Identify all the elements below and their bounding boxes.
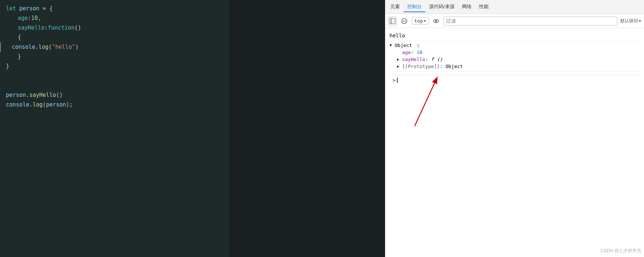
eye-icon[interactable] bbox=[432, 17, 441, 26]
hello-text: hello bbox=[390, 33, 405, 38]
middle-panel bbox=[229, 0, 385, 257]
object-root-row: Object i bbox=[390, 42, 640, 49]
expand-object-icon[interactable] bbox=[390, 43, 395, 48]
code-line-5: console.log("hello") bbox=[0, 42, 229, 52]
object-prototype-row: [[Prototype]] : Object bbox=[390, 63, 640, 70]
svg-point-5 bbox=[435, 20, 437, 22]
code-line-7: } bbox=[0, 61, 229, 71]
console-toolbar: top ▼ 默认级别 ▼ bbox=[385, 14, 644, 28]
filter-input[interactable] bbox=[444, 17, 617, 26]
log-level-label: 默认级别 bbox=[620, 18, 638, 24]
tab-network[interactable]: 网络 bbox=[458, 2, 475, 12]
expand-sayhello-icon[interactable] bbox=[397, 57, 402, 62]
code-line-2: age:10, bbox=[0, 13, 229, 23]
object-label: Object i bbox=[395, 43, 420, 48]
code-line-9 bbox=[0, 81, 229, 90]
code-line-8 bbox=[0, 71, 229, 81]
code-line-6: } bbox=[0, 52, 229, 61]
console-input-row: > bbox=[390, 75, 640, 85]
console-output: hello Object i age : 10 sayH bbox=[385, 28, 644, 257]
sayhello-key: sayHello bbox=[402, 57, 425, 62]
tab-sources[interactable]: 源代码/来源 bbox=[425, 2, 458, 12]
tab-performance[interactable]: 性能 bbox=[475, 2, 492, 12]
watermark: CSDN @人才程序员 bbox=[600, 248, 641, 254]
tab-elements[interactable]: 元素 bbox=[387, 2, 404, 12]
console-log-hello: hello bbox=[390, 31, 640, 40]
devtools-panel: 元素 控制台 源代码/来源 网络 性能 top ▼ bbox=[385, 0, 644, 257]
console-cursor bbox=[397, 78, 398, 83]
age-key: age bbox=[402, 50, 411, 55]
prototype-value: Object bbox=[445, 64, 463, 69]
console-prompt: > bbox=[392, 77, 395, 83]
age-value: 10 bbox=[417, 50, 422, 55]
log-level-selector[interactable]: 默认级别 ▼ bbox=[620, 18, 641, 24]
context-label: top bbox=[414, 18, 423, 24]
code-line-4: { bbox=[0, 33, 229, 42]
tab-console[interactable]: 控制台 bbox=[404, 2, 425, 12]
code-line-1: let person = { bbox=[0, 4, 229, 13]
sidebar-toggle-icon[interactable] bbox=[388, 17, 397, 26]
code-line-3: sayHello:function() bbox=[0, 23, 229, 33]
devtools-tabs: 元素 控制台 源代码/来源 网络 性能 bbox=[385, 0, 644, 14]
code-line-10: person.sayHello() bbox=[0, 90, 229, 100]
expand-prototype-icon[interactable] bbox=[397, 64, 402, 69]
clear-console-icon[interactable] bbox=[400, 17, 409, 26]
sayhello-value: f () bbox=[431, 57, 442, 62]
code-line-11: console.log(person); bbox=[0, 100, 229, 109]
log-level-chevron: ▼ bbox=[639, 19, 641, 23]
context-selector[interactable]: top ▼ bbox=[412, 17, 429, 25]
prototype-key: [[Prototype]] bbox=[402, 64, 440, 69]
console-log-object: Object i age : 10 sayHello : f () bbox=[390, 40, 640, 72]
object-age-row: age : 10 bbox=[390, 49, 640, 56]
object-sayhello-row: sayHello : f () bbox=[390, 56, 640, 63]
object-info-badge[interactable]: i bbox=[417, 44, 420, 48]
chevron-down-icon: ▼ bbox=[424, 19, 426, 23]
code-editor: let person = { age:10, sayHello:function… bbox=[0, 0, 229, 257]
svg-rect-0 bbox=[390, 18, 395, 24]
keyword-let: let bbox=[6, 4, 19, 13]
